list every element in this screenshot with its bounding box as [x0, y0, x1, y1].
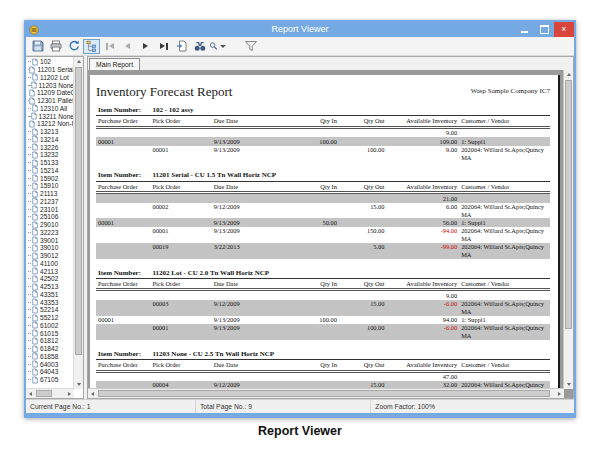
tree-scroll-up-arrow[interactable]: [74, 57, 83, 66]
report-cell: 202064: Willard St.Apts;Quincy MA: [459, 300, 550, 316]
tree-item[interactable]: 13232: [28, 151, 74, 159]
tree-item[interactable]: 61842: [28, 345, 74, 353]
report-cell: [296, 300, 339, 316]
tree-item-label: 39010: [40, 244, 58, 251]
tree-item[interactable]: 42113: [28, 267, 74, 275]
tree-item[interactable]: 23101: [28, 205, 74, 213]
go-to-page-button[interactable]: [173, 39, 190, 54]
report-row: 000019/13/2009100.00109.001: Suppl1: [96, 137, 550, 145]
report-cell: 100.00: [296, 316, 339, 324]
tree-item[interactable]: 15133: [28, 159, 74, 167]
report-hscrollbar-thumb[interactable]: [98, 390, 550, 397]
tree-item-label: 11209 DateCode: [37, 89, 74, 96]
report-cell: [459, 291, 550, 299]
report-cell: [339, 129, 387, 137]
tab-main-report[interactable]: Main Report: [89, 58, 140, 70]
report-scroll-down-arrow[interactable]: [564, 380, 573, 389]
tree-item[interactable]: 11201 Serial: [28, 66, 74, 74]
zoom-button[interactable]: [209, 39, 226, 54]
tree-vertical-scrollbar[interactable]: [73, 57, 83, 389]
tree-item[interactable]: 61015: [28, 329, 74, 337]
tree-horizontal-scrollbar[interactable]: [26, 388, 74, 398]
report-cell: 202064: Willard St.Apts;Quincy MA: [459, 227, 550, 243]
tree-item[interactable]: 12301 Pallet: [28, 97, 74, 105]
column-header: Customer / Vendor: [459, 117, 550, 124]
tree-item[interactable]: 13213: [28, 128, 74, 136]
group-tree-panel: 10211201 Serial11202 Lot11203 None11209 …: [26, 56, 84, 399]
report-cell: 00001: [150, 227, 211, 243]
tree-item[interactable]: 43353: [28, 298, 74, 306]
tree-item[interactable]: 64003: [28, 360, 74, 368]
tree-item[interactable]: 43351: [28, 291, 74, 299]
last-page-button[interactable]: [155, 39, 172, 54]
item-number-label: Item Number:: [96, 270, 150, 277]
tree-item[interactable]: 67105: [28, 376, 74, 384]
tree-item[interactable]: 102: [28, 58, 74, 66]
tree-item[interactable]: 12310 All: [28, 105, 74, 113]
report-scrollbar-thumb[interactable]: [565, 80, 572, 329]
tree-item[interactable]: 15902: [28, 174, 74, 182]
find-text-icon: [194, 40, 206, 52]
refresh-icon: [68, 40, 80, 52]
tree-item[interactable]: 39012: [28, 252, 74, 260]
report-cell: [339, 218, 387, 226]
tree-item[interactable]: 11203 None: [28, 81, 74, 89]
item-number-value: 11201 Serial - CU 1.5 Tn Wall Horiz NCP: [150, 172, 549, 179]
tree-item[interactable]: 25106: [28, 213, 74, 221]
tree-item[interactable]: 55212: [28, 314, 74, 322]
report-cell: 202064: Willard St.Apts;Quincy MA: [459, 324, 550, 340]
tree-item[interactable]: 52214: [28, 306, 74, 314]
print-button[interactable]: [47, 39, 64, 54]
tree-item[interactable]: 21237: [28, 198, 74, 206]
tree-item[interactable]: 42513: [28, 283, 74, 291]
tree-scroll-left-arrow[interactable]: [26, 389, 35, 398]
report-scroll-left-arrow[interactable]: [88, 389, 97, 398]
tree-item[interactable]: 11202 Lot: [28, 74, 74, 82]
report-cell: [150, 316, 211, 324]
group-tree-list: 10211201 Serial11202 Lot11203 None11209 …: [28, 58, 74, 389]
tree-scroll-right-arrow[interactable]: [65, 389, 74, 398]
first-page-button[interactable]: [101, 39, 118, 54]
tree-scroll-down-arrow[interactable]: [74, 380, 83, 389]
report-vertical-scrollbar[interactable]: [563, 70, 573, 389]
tree-item[interactable]: 15214: [28, 167, 74, 175]
report-horizontal-scrollbar[interactable]: [88, 388, 564, 398]
tree-item[interactable]: 29010: [28, 221, 74, 229]
tree-scrollbar-thumb[interactable]: [75, 67, 82, 355]
minimize-button[interactable]: [514, 22, 534, 37]
tree-hscrollbar-thumb[interactable]: [36, 390, 52, 397]
tree-item[interactable]: 11209 DateCode: [28, 89, 74, 97]
maximize-button[interactable]: [534, 22, 554, 37]
tree-item[interactable]: 13211 None: [28, 112, 74, 120]
tree-item[interactable]: 61858: [28, 353, 74, 361]
next-page-button[interactable]: [137, 39, 154, 54]
tree-item[interactable]: 39001: [28, 236, 74, 244]
toggle-group-tree-button[interactable]: [83, 39, 100, 54]
close-button[interactable]: ×: [554, 22, 574, 37]
tree-item[interactable]: 21113: [28, 190, 74, 198]
tree-item[interactable]: 39010: [28, 244, 74, 252]
report-scroll-up-arrow[interactable]: [564, 70, 573, 79]
export-button[interactable]: [29, 39, 46, 54]
report-row: 9.00: [96, 129, 550, 137]
tree-item[interactable]: 61002: [28, 322, 74, 330]
report-scroll-right-arrow[interactable]: [555, 389, 564, 398]
tree-item[interactable]: 32223: [28, 229, 74, 237]
tree-item-label: 29010: [40, 221, 58, 228]
find-text-button[interactable]: [191, 39, 208, 54]
tree-item[interactable]: 13226: [28, 143, 74, 151]
report-cell: 00001: [150, 146, 211, 162]
filter-button[interactable]: [241, 38, 261, 53]
tree-item[interactable]: 13212 Non-Inv: [28, 120, 74, 128]
report-cell: 00001: [96, 137, 150, 145]
tree-item[interactable]: 15910: [28, 182, 74, 190]
go-to-page-icon: [176, 40, 188, 52]
tree-item[interactable]: 42502: [28, 275, 74, 283]
previous-page-button[interactable]: [119, 39, 136, 54]
tree-item[interactable]: 64043: [28, 368, 74, 376]
refresh-button[interactable]: [65, 39, 82, 54]
tree-item[interactable]: 41100: [28, 260, 74, 268]
tree-item[interactable]: 13214: [28, 136, 74, 144]
tree-item[interactable]: 61812: [28, 337, 74, 345]
report-title: Inventory Forecast Report: [96, 84, 232, 100]
